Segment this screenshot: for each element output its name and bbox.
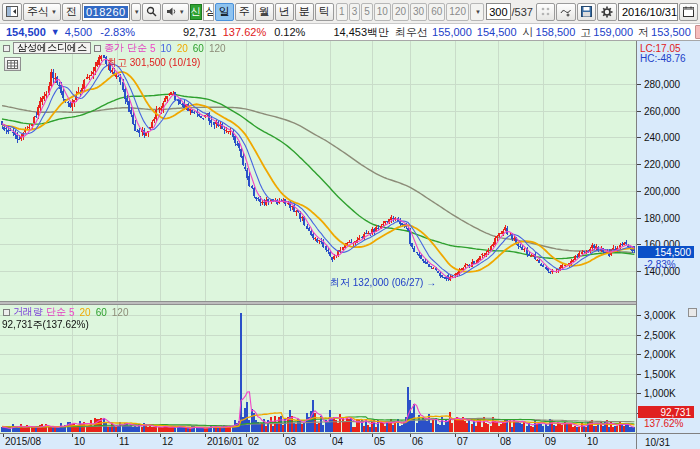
stock-code-value: 018260 [84,6,128,18]
high-price: 159,000 [593,26,633,38]
ma-60-label: 60 [193,43,204,54]
turnover-ratio: 0.12% [274,26,305,38]
volume-axis-label: 3,000K [644,310,676,321]
minute-button-1[interactable]: 1 [336,3,348,21]
buy-button[interactable]: 매수 [695,25,700,39]
crosshair-tool-button[interactable] [536,3,555,21]
minute-button-60[interactable]: 60 [428,3,445,21]
volume-chart-canvas[interactable] [0,305,636,433]
volume-pane-menu-icon[interactable] [688,308,697,317]
date-tick [498,434,499,437]
price-chart-canvas[interactable] [0,41,636,301]
period-button-일[interactable]: 일 [215,3,234,21]
date-tick-label: 08 [500,436,511,447]
period-button-월[interactable]: 월 [255,3,274,21]
collapse-toggle-icon[interactable] [3,45,10,52]
price-axis-label: 240,000 [644,132,680,143]
period-button-틱[interactable]: 틱 [315,3,334,21]
bars-count-input[interactable]: 300 [486,3,510,20]
collapse-toggle-icon[interactable] [94,45,101,52]
toolbar: 주식▼ 전 018260 ▼ ▼ 신 삼성에스디에 일주월년분틱 1351020… [0,0,700,24]
volume-series-label: 거래량 [13,305,43,319]
date-tick-label: 11 [119,436,129,447]
minute-button-group: 13510203060120 [336,3,469,21]
low-annotation: 최저 132,000 (06/27) → [330,276,436,290]
current-price-marker: 154,500 [638,246,694,258]
date-tick [330,434,331,437]
volume-axis-label: 1,500K [644,369,676,380]
price-change-pct: -2.83% [100,26,135,38]
period-button-년[interactable]: 년 [275,3,294,21]
legend-ma-type: 단순 [127,41,147,55]
chart-grid-button[interactable] [4,57,21,71]
best-quote-label: 최우선 [395,25,428,40]
asset-type-label: 주식 [27,4,49,19]
date-tick-label: 07 [457,436,468,447]
minute-button-3[interactable]: 3 [349,3,361,21]
down-arrow-icon: ▼ [51,27,60,37]
settings-button[interactable] [597,3,617,21]
legend-series-label: 종가 [104,41,124,55]
quote-info-bar: 154,500 ▼ 4,500 -2.83% 92,731 137.62% 0.… [0,24,700,41]
dock-left-button[interactable] [2,3,22,21]
current-volume-ratio: 137.62% [644,418,683,429]
ma-10-label: 10 [161,43,172,54]
stock-code-input[interactable]: 018260 [82,3,130,21]
minute-button-5[interactable]: 5 [361,3,373,21]
price-axis[interactable]: LC:17.05 HC:-48.76 154,500 -2.83% 92,731… [636,41,700,433]
collapse-toggle-icon[interactable] [3,309,10,316]
stock-search-button[interactable] [142,3,161,21]
draw-tool-button[interactable] [556,3,576,21]
stock-name-field[interactable]: 삼성에스디에 [203,3,214,21]
date-tick-label: 12 [162,436,173,447]
vol-ma-20-label: 20 [80,307,91,318]
prev-stock-button[interactable]: 전 [62,3,81,21]
date-tick [246,434,247,437]
date-tick [3,434,4,437]
volume-axis-label: 2,500K [644,330,676,341]
price-axis-tick [637,111,641,112]
price-axis-tick [637,191,641,192]
period-button-주[interactable]: 주 [235,3,254,21]
minute-button-20[interactable]: 20 [392,3,409,21]
search-icon [146,6,157,17]
volume-current-text: 92,731주(137.62%) [2,318,89,332]
save-button[interactable] [577,3,596,21]
date-tick-label: 2016/01 [207,436,243,447]
best-bid: 154,500 [477,26,517,38]
date-tick-label: 02 [248,436,259,447]
price-pane: 삼성에스디에스 종가 단순 5102060120 ←최고 301,500 (10… [0,41,636,301]
minute-button-120[interactable]: 120 [446,3,469,21]
date-axis[interactable]: 10/31 2015/081011122016/0102030405060708… [0,433,700,449]
minute-custom-dropdown[interactable]: ▼ [470,3,484,21]
code-dropdown-button[interactable]: ▼ [131,3,141,21]
low-label: 저 [638,25,649,40]
volume-ma-type: 단순 [46,305,66,319]
vol-ma-60-label: 60 [96,307,107,318]
date-tick-label: 04 [332,436,343,447]
date-tick [543,434,544,437]
sound-alert-button[interactable]: ▼ [162,3,189,21]
calendar-button[interactable] [679,3,698,21]
minute-button-10[interactable]: 10 [374,3,391,21]
low-price: 153,500 [651,26,691,38]
volume-ma-period-labels: 52060120 [69,307,129,318]
minute-button-30[interactable]: 30 [410,3,427,21]
volume-axis-label: 2,000K [644,349,676,360]
volume-value: 92,731 [183,26,217,38]
current-price: 154,500 [6,26,46,38]
date-tick-label: 09 [545,436,556,447]
period-button-분[interactable]: 분 [295,3,314,21]
asset-type-dropdown[interactable]: 주식▼ [23,3,61,21]
date-input[interactable]: 2016/10/31 [618,3,678,21]
calendar-icon [683,6,694,17]
price-axis-tick [637,218,641,219]
date-tick-label: 2015/08 [5,436,41,447]
high-label: 고 [580,25,591,40]
price-axis-label: 220,000 [644,159,680,170]
new-stock-badge: 신 [190,4,202,20]
chart-area: 삼성에스디에스 종가 단순 5102060120 ←최고 301,500 (10… [0,41,700,449]
trade-value: 14,453백만 [333,25,389,40]
price-axis-tick [637,244,641,245]
chevron-down-icon: ▼ [475,9,481,15]
